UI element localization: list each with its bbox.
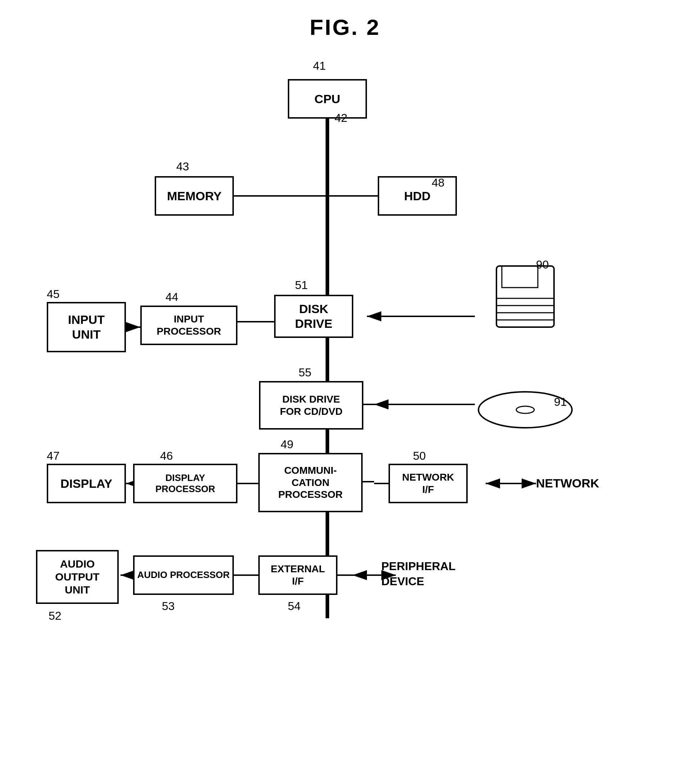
svg-rect-27 [502,266,538,288]
ref-90: 90 [536,258,549,272]
cpu-box: CPU [288,79,367,119]
disk-drive-box: DISKDRIVE [274,295,353,338]
ref-44: 44 [165,290,178,304]
disk-drive-cd-box: DISK DRIVEFOR CD/DVD [259,381,363,430]
ref-46: 46 [160,449,173,463]
input-processor-box: INPUT PROCESSOR [140,306,238,345]
ref-43: 43 [176,160,189,173]
ref-55: 55 [299,366,312,379]
figure-title: FIG. 2 [310,14,380,40]
audio-processor-box: AUDIO PROCESSOR [133,555,234,595]
display-box: DISPLAY [47,464,126,503]
ref-41: 41 [313,59,326,72]
display-processor-box: DISPLAY PROCESSOR [133,464,238,503]
peripheral-device-label: PERIPHERALDEVICE [381,559,456,589]
ref-42: 42 [335,112,348,125]
ref-91: 91 [554,395,567,409]
ref-54: 54 [288,600,301,613]
external-if-box: EXTERNALI/F [258,555,337,595]
network-if-box: NETWORKI/F [388,464,468,503]
ref-52: 52 [49,609,61,623]
ref-51: 51 [295,278,308,292]
ref-53: 53 [162,600,175,613]
diagram: FIG. 2 [0,0,690,784]
network-label: NETWORK [536,476,599,490]
ref-48: 48 [432,176,445,189]
audio-output-box: AUDIOOUTPUTUNIT [36,550,119,604]
svg-point-33 [516,406,534,413]
comm-processor-box: COMMUNI-CATIONPROCESSOR [258,453,363,512]
hdd-box: HDD [378,176,457,216]
input-unit-box: INPUTUNIT [47,302,126,352]
ref-45: 45 [47,288,60,301]
ref-49: 49 [281,438,294,451]
svg-rect-26 [497,266,554,327]
ref-50: 50 [413,449,426,463]
memory-box: MEMORY [155,176,234,216]
ref-47: 47 [47,449,60,463]
